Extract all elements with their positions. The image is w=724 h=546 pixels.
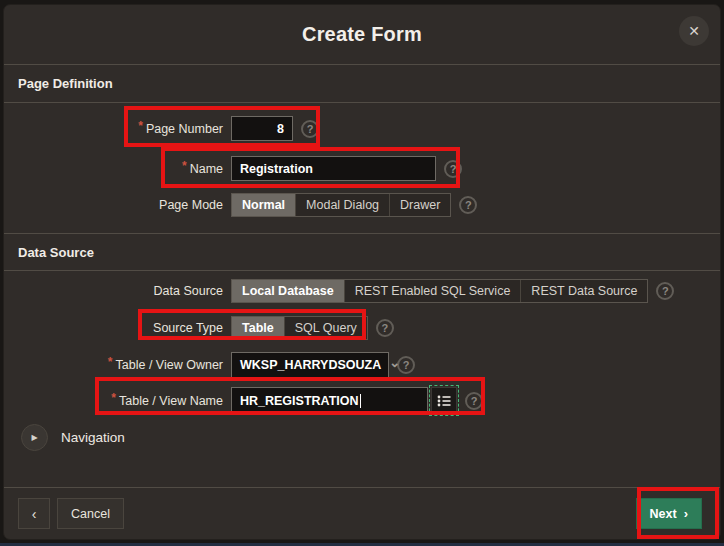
page-mode-option-normal[interactable]: Normal bbox=[232, 194, 296, 216]
source-type-label: Source Type bbox=[4, 321, 223, 335]
close-icon: ✕ bbox=[688, 23, 700, 39]
data-source-group: Local Database REST Enabled SQL Service … bbox=[231, 279, 648, 303]
navigation-section: ▶ Navigation bbox=[4, 424, 720, 451]
list-icon bbox=[437, 395, 451, 407]
source-type-help-icon[interactable]: ? bbox=[376, 319, 394, 337]
data-source-option-local-database[interactable]: Local Database bbox=[232, 280, 345, 302]
source-type-row: Source Type Table SQL Query ? bbox=[4, 316, 720, 340]
expand-triangle-icon: ▶ bbox=[31, 433, 37, 442]
data-source-option-rest-data-source[interactable]: REST Data Source bbox=[521, 280, 647, 302]
page-mode-option-modal-dialog[interactable]: Modal Dialog bbox=[296, 194, 390, 216]
source-type-option-table[interactable]: Table bbox=[232, 317, 285, 339]
back-button[interactable]: ‹ bbox=[18, 498, 50, 529]
dialog-title-bar: Create Form ✕ bbox=[4, 5, 720, 65]
page-mode-group: Normal Modal Dialog Drawer bbox=[231, 193, 451, 217]
data-source-row: Data Source Local Database REST Enabled … bbox=[4, 279, 720, 303]
required-marker: * bbox=[111, 391, 116, 405]
page-number-row: *Page Number 8 ? bbox=[4, 116, 720, 141]
table-lov-button[interactable] bbox=[431, 387, 457, 414]
name-help-icon[interactable]: ? bbox=[444, 160, 462, 178]
data-source-label: Data Source bbox=[4, 284, 223, 298]
source-type-group: Table SQL Query bbox=[231, 316, 368, 340]
chevron-down-icon: ⌄ bbox=[389, 355, 400, 370]
name-input[interactable]: Registration bbox=[231, 156, 436, 181]
name-row: *Name Registration ? bbox=[4, 156, 720, 181]
section-data-source-title: Data Source bbox=[18, 245, 94, 260]
dialog-footer: ‹ Cancel Next › bbox=[4, 487, 720, 539]
page-number-label: *Page Number bbox=[4, 122, 223, 136]
create-form-dialog: Create Form ✕ Page Definition *Page Numb… bbox=[3, 4, 721, 540]
section-page-definition-title: Page Definition bbox=[18, 76, 113, 91]
navigation-expand-button[interactable]: ▶ bbox=[21, 424, 48, 451]
required-marker: * bbox=[138, 119, 143, 133]
data-source-help-icon[interactable]: ? bbox=[656, 282, 674, 300]
table-view-name-input[interactable]: HR_REGISTRATION bbox=[231, 387, 428, 414]
page-number-input[interactable]: 8 bbox=[231, 116, 293, 141]
dialog-title: Create Form bbox=[4, 5, 720, 46]
table-view-name-row: *Table / View Name HR_REGISTRATION ? bbox=[4, 387, 720, 414]
page-mode-label: Page Mode bbox=[4, 198, 223, 212]
page-number-help-icon[interactable]: ? bbox=[301, 120, 319, 138]
next-button[interactable]: Next › bbox=[636, 498, 702, 529]
name-label: *Name bbox=[4, 162, 223, 176]
page-mode-option-drawer[interactable]: Drawer bbox=[390, 194, 450, 216]
table-view-name-help-icon[interactable]: ? bbox=[465, 392, 483, 410]
source-type-option-sql-query[interactable]: SQL Query bbox=[285, 317, 367, 339]
table-view-name-label: *Table / View Name bbox=[4, 394, 223, 408]
text-cursor bbox=[360, 394, 361, 408]
data-source-option-rest-enabled-sql[interactable]: REST Enabled SQL Service bbox=[345, 280, 522, 302]
section-page-definition: Page Definition bbox=[4, 65, 720, 103]
required-marker: * bbox=[108, 355, 113, 369]
table-view-owner-select[interactable]: WKSP_HARRYDSOUZA ⌄ bbox=[231, 352, 389, 378]
cancel-button[interactable]: Cancel bbox=[57, 498, 124, 529]
navigation-label: Navigation bbox=[61, 430, 125, 445]
page-mode-row: Page Mode Normal Modal Dialog Drawer ? bbox=[4, 193, 720, 217]
close-button[interactable]: ✕ bbox=[679, 16, 709, 46]
required-marker: * bbox=[182, 159, 187, 173]
next-chevron-icon: › bbox=[684, 506, 688, 521]
table-view-owner-label: *Table / View Owner bbox=[4, 358, 223, 372]
back-chevron-icon: ‹ bbox=[32, 506, 37, 522]
page-mode-help-icon[interactable]: ? bbox=[459, 196, 477, 214]
section-data-source: Data Source bbox=[4, 233, 720, 271]
table-view-owner-row: *Table / View Owner WKSP_HARRYDSOUZA ⌄ ? bbox=[4, 352, 720, 378]
